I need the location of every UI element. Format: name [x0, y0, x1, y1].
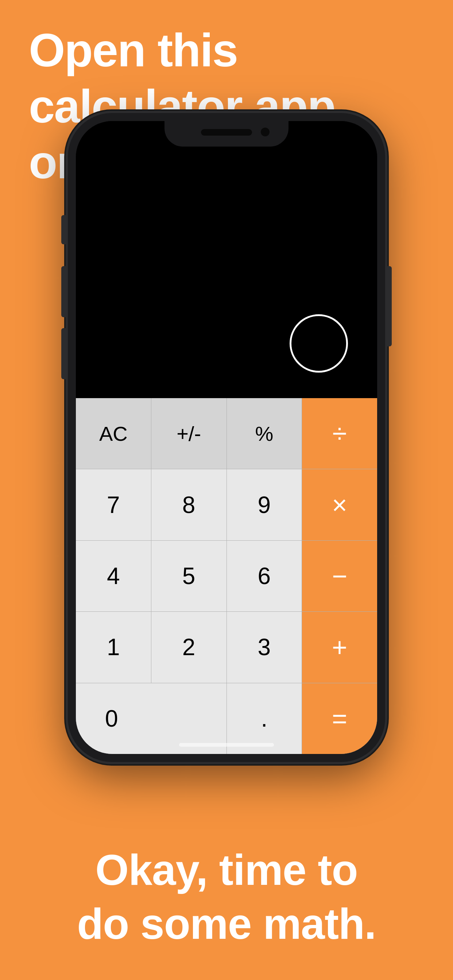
volume-down-button [61, 328, 66, 379]
bottom-text-line2: do some math. [77, 900, 376, 948]
phone-shell: AC +/- % ÷ 7 8 9 × 4 5 6 − 1 2 [68, 113, 385, 762]
btn-subtract[interactable]: − [302, 541, 377, 611]
bottom-text-line1: Okay, time to [95, 846, 357, 894]
phone-screen: AC +/- % ÷ 7 8 9 × 4 5 6 − 1 2 [76, 121, 377, 754]
btn-add[interactable]: + [302, 612, 377, 682]
btn-1[interactable]: 1 [76, 612, 151, 682]
calculator-buttons-area: AC +/- % ÷ 7 8 9 × 4 5 6 − 1 2 [76, 398, 377, 754]
calculator-display [76, 121, 377, 398]
btn-3[interactable]: 3 [227, 612, 302, 682]
power-button [387, 266, 392, 346]
btn-plus-minus[interactable]: +/- [152, 398, 226, 469]
headline-line1: Open this [29, 24, 238, 76]
btn-8[interactable]: 8 [152, 469, 226, 540]
home-indicator [179, 743, 274, 747]
volume-up-button [61, 266, 66, 317]
btn-percent[interactable]: % [227, 398, 302, 469]
speaker [201, 129, 252, 135]
btn-9[interactable]: 9 [227, 469, 302, 540]
btn-7[interactable]: 7 [76, 469, 151, 540]
btn-equals[interactable]: = [302, 683, 377, 754]
notch [164, 121, 289, 146]
btn-2[interactable]: 2 [152, 612, 226, 682]
btn-multiply[interactable]: × [302, 469, 377, 540]
calc-grid: AC +/- % ÷ 7 8 9 × 4 5 6 − 1 2 [76, 398, 377, 754]
front-camera [261, 127, 270, 136]
btn-divide[interactable]: ÷ [302, 398, 377, 469]
display-zero [290, 314, 348, 372]
btn-6[interactable]: 6 [227, 541, 302, 611]
btn-5[interactable]: 5 [152, 541, 226, 611]
bottom-text: Okay, time to do some math. [0, 843, 453, 951]
btn-ac[interactable]: AC [76, 398, 151, 469]
mute-button [61, 215, 66, 244]
btn-4[interactable]: 4 [76, 541, 151, 611]
phone-mockup: AC +/- % ÷ 7 8 9 × 4 5 6 − 1 2 [68, 113, 385, 762]
